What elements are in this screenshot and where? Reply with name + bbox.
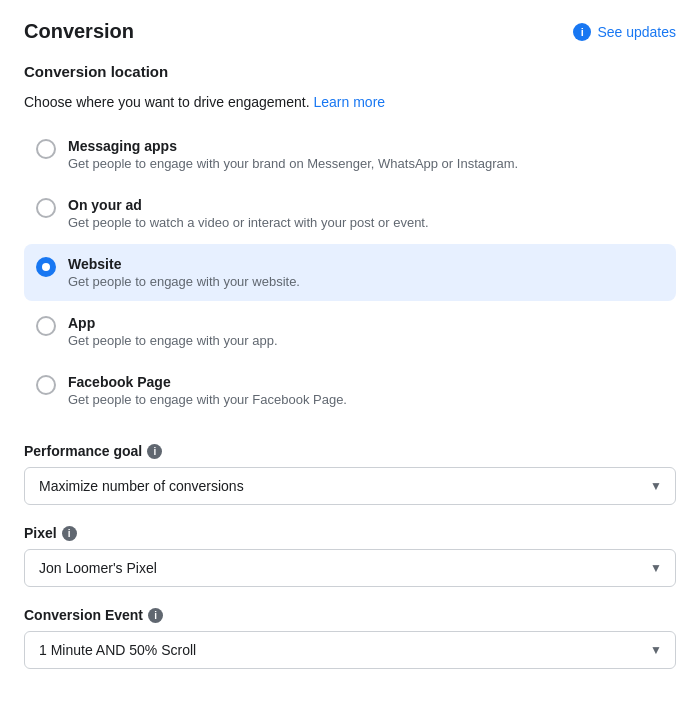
radio-option-facebook-page[interactable]: Facebook Page Get people to engage with …: [24, 362, 676, 419]
performance-goal-section: Performance goal i Maximize number of co…: [24, 443, 676, 505]
page-title: Conversion: [24, 20, 134, 43]
pixel-select[interactable]: Jon Loomer's Pixel: [24, 549, 676, 587]
radio-label-messaging-apps: Messaging apps: [68, 138, 518, 154]
radio-option-app[interactable]: App Get people to engage with your app.: [24, 303, 676, 360]
radio-label-app: App: [68, 315, 278, 331]
conversion-event-section: Conversion Event i 1 Minute AND 50% Scro…: [24, 607, 676, 669]
learn-more-link[interactable]: Learn more: [314, 94, 386, 110]
radio-content-website: Website Get people to engage with your w…: [68, 256, 300, 289]
conversion-location-title: Conversion location: [24, 63, 676, 80]
conversion-location-section: Conversion location Choose where you wan…: [24, 63, 676, 419]
radio-desc-app: Get people to engage with your app.: [68, 333, 278, 348]
radio-label-website: Website: [68, 256, 300, 272]
pixel-info-icon[interactable]: i: [62, 526, 77, 541]
radio-circle-facebook-page: [36, 375, 56, 395]
page-container: Conversion i See updates Conversion loca…: [0, 0, 700, 709]
radio-desc-messaging-apps: Get people to engage with your brand on …: [68, 156, 518, 171]
engagement-description: Choose where you want to drive engagemen…: [24, 94, 676, 110]
conversion-event-label: Conversion Event i: [24, 607, 676, 623]
radio-circle-on-your-ad: [36, 198, 56, 218]
radio-label-on-your-ad: On your ad: [68, 197, 429, 213]
radio-circle-messaging-apps: [36, 139, 56, 159]
radio-desc-facebook-page: Get people to engage with your Facebook …: [68, 392, 347, 407]
radio-options: Messaging apps Get people to engage with…: [24, 126, 676, 419]
radio-circle-website: [36, 257, 56, 277]
conversion-event-info-icon[interactable]: i: [148, 608, 163, 623]
radio-desc-on-your-ad: Get people to watch a video or interact …: [68, 215, 429, 230]
radio-label-facebook-page: Facebook Page: [68, 374, 347, 390]
see-updates-label: See updates: [597, 24, 676, 40]
radio-content-facebook-page: Facebook Page Get people to engage with …: [68, 374, 347, 407]
performance-goal-select[interactable]: Maximize number of conversions Maximize …: [24, 467, 676, 505]
conversion-event-select[interactable]: 1 Minute AND 50% Scroll: [24, 631, 676, 669]
radio-circle-app: [36, 316, 56, 336]
radio-option-messaging-apps[interactable]: Messaging apps Get people to engage with…: [24, 126, 676, 183]
radio-option-website[interactable]: Website Get people to engage with your w…: [24, 244, 676, 301]
pixel-section: Pixel i Jon Loomer's Pixel ▼: [24, 525, 676, 587]
performance-goal-label: Performance goal i: [24, 443, 676, 459]
conversion-event-dropdown-wrapper: 1 Minute AND 50% Scroll ▼: [24, 631, 676, 669]
pixel-label: Pixel i: [24, 525, 676, 541]
info-icon-blue: i: [573, 23, 591, 41]
performance-goal-dropdown-wrapper: Maximize number of conversions Maximize …: [24, 467, 676, 505]
pixel-dropdown-wrapper: Jon Loomer's Pixel ▼: [24, 549, 676, 587]
radio-content-app: App Get people to engage with your app.: [68, 315, 278, 348]
radio-content-on-your-ad: On your ad Get people to watch a video o…: [68, 197, 429, 230]
radio-desc-website: Get people to engage with your website.: [68, 274, 300, 289]
page-header: Conversion i See updates: [24, 20, 676, 43]
radio-content-messaging-apps: Messaging apps Get people to engage with…: [68, 138, 518, 171]
see-updates-link[interactable]: i See updates: [573, 23, 676, 41]
radio-option-on-your-ad[interactable]: On your ad Get people to watch a video o…: [24, 185, 676, 242]
performance-goal-info-icon[interactable]: i: [147, 444, 162, 459]
